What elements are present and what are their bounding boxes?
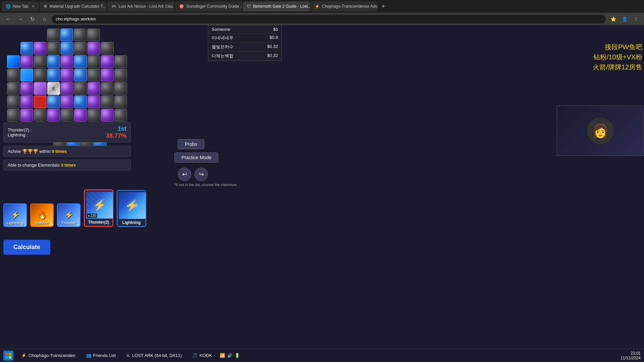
gem-cell[interactable]: [47, 42, 60, 55]
profile-button[interactable]: 👤: [620, 14, 629, 24]
donation-row-1: Someone $5: [208, 25, 281, 34]
tab-gunslinger[interactable]: 🎯 Gunslinger Community Guide ... ✕: [175, 1, 242, 11]
thunder-info: Thunder(2) : Lightning : 1st 38.77%: [3, 122, 131, 142]
gem-cell[interactable]: [61, 69, 73, 81]
gem-cell[interactable]: [47, 109, 60, 122]
gem-cell[interactable]: [88, 96, 100, 108]
gem-cell[interactable]: [61, 42, 73, 55]
gem-cell[interactable]: [20, 42, 33, 55]
tab-close-icon[interactable]: ✕: [32, 4, 35, 9]
gem-cell[interactable]: [7, 109, 20, 122]
lightning-small-card[interactable]: ⚡ Lightning: [3, 203, 27, 227]
tab-material[interactable]: ⚙ Material Upgrade Calculator T... ✕: [40, 1, 107, 11]
gem-cell[interactable]: [114, 69, 127, 81]
gem-cell[interactable]: [74, 69, 87, 81]
back-button[interactable]: ←: [3, 14, 13, 24]
extensions-button[interactable]: ⭐: [608, 14, 618, 24]
achieve-stars: 🏆🏆🏆: [22, 149, 38, 154]
gem-cell[interactable]: [20, 96, 33, 108]
gem-cell[interactable]: [20, 82, 33, 95]
gem-cell[interactable]: [74, 82, 87, 95]
donor-amount-2: $0.8: [270, 35, 278, 41]
gem-cell[interactable]: [34, 109, 47, 122]
svg-rect-2: [5, 356, 8, 359]
gem-cell[interactable]: [101, 55, 114, 68]
clock-date: 11/11/2024: [621, 356, 641, 360]
gem-cell[interactable]: [47, 55, 60, 68]
gem-cell[interactable]: [7, 82, 20, 95]
taskbar-lostark[interactable]: ⚔ LOST ARK (64-bit, DX11): [123, 352, 184, 359]
gem-cell[interactable]: [87, 28, 100, 41]
practice-mode-button[interactable]: Practice Mode: [174, 153, 218, 163]
gem-cell[interactable]: [7, 96, 20, 108]
thunder-small-card[interactable]: ⚡ Thunder: [57, 203, 80, 227]
home-button[interactable]: ⌂: [40, 14, 49, 24]
settings-button[interactable]: ⋮: [631, 14, 641, 24]
gem-cell[interactable]: [7, 69, 20, 81]
chinese-line-1: 接段PW鱼吧: [593, 42, 642, 52]
taskbar-kook[interactable]: 🎵 KOOK: [190, 352, 215, 359]
new-tab-button[interactable]: +: [378, 2, 388, 11]
taskbar-friends[interactable]: 👥 Friends List: [83, 352, 118, 359]
tab-lostark[interactable]: 🎮 Lost Ark Nexus - Lost Ark Clas... ✕: [107, 1, 174, 11]
gem-cell[interactable]: [61, 55, 73, 68]
gem-cell[interactable]: [101, 42, 114, 55]
gem-cell[interactable]: [88, 42, 100, 55]
gem-cell[interactable]: [88, 69, 100, 81]
gem-cell[interactable]: [20, 109, 33, 122]
gem-cell[interactable]: [34, 42, 47, 55]
gem-cell[interactable]: [114, 82, 127, 95]
start-button[interactable]: [3, 351, 13, 361]
gem-cell[interactable]: [74, 96, 87, 108]
gem-cell[interactable]: [61, 82, 73, 95]
undo-button[interactable]: ↩: [178, 168, 191, 181]
gem-cell[interactable]: [34, 55, 47, 68]
gem-cell[interactable]: [101, 96, 114, 108]
gem-cell[interactable]: [88, 109, 100, 122]
lightning-card-image: ⚡ ● 230: [119, 192, 146, 219]
gem-cell-red[interactable]: [34, 96, 47, 108]
gem-cell[interactable]: [74, 55, 87, 68]
gem-cell[interactable]: [114, 109, 127, 122]
tab-behemoth[interactable]: 🛡 Behemoth Gate 2 Guide - Lost... ✕: [243, 1, 310, 11]
lightning-card[interactable]: ⚡ ● 230 Lightning: [117, 190, 146, 227]
gem-cell[interactable]: [47, 96, 60, 108]
gem-cell[interactable]: [74, 28, 87, 41]
achieve-text: Achive: [8, 149, 21, 154]
gem-cell[interactable]: [101, 82, 114, 95]
gem-cell[interactable]: [61, 109, 73, 122]
tab-new-tab[interactable]: 🌐 New Tab ✕: [2, 1, 39, 11]
tab-chophago[interactable]: ⚡ Chophago-Transcendence Adv... ✕: [311, 1, 378, 11]
gem-cell[interactable]: [114, 55, 127, 68]
gem-cell[interactable]: [114, 96, 127, 108]
redo-button[interactable]: ↪: [195, 168, 208, 181]
gem-cell[interactable]: [34, 82, 47, 95]
friends-label: Friends List: [93, 353, 116, 358]
probs-button[interactable]: Probs: [178, 139, 204, 149]
gem-cell[interactable]: [61, 96, 73, 108]
achieve-times: 9 times: [52, 149, 67, 154]
gem-cell[interactable]: [20, 69, 33, 81]
gem-cell[interactable]: [20, 55, 33, 68]
thunder2-card[interactable]: ⚡ ● 230 Thunder(2): [84, 189, 113, 227]
taskbar-chophago[interactable]: ⚡ Chophago-Transcenden: [18, 352, 78, 359]
gem-cell[interactable]: [101, 109, 114, 122]
address-bar[interactable]: [52, 15, 606, 23]
gem-cell[interactable]: [47, 69, 60, 81]
gem-cell[interactable]: [101, 69, 114, 81]
gem-cell[interactable]: [74, 42, 87, 55]
gem-cell-e[interactable]: E: [47, 82, 60, 95]
gem-cell[interactable]: [60, 28, 73, 41]
gem-cell[interactable]: [47, 28, 60, 41]
gem-cell[interactable]: [88, 55, 100, 68]
calculate-button[interactable]: Calculate: [3, 240, 50, 255]
forward-button[interactable]: →: [15, 14, 25, 24]
gem-cell[interactable]: [88, 82, 100, 95]
hellfire-small-card[interactable]: 🔥 Hellfire: [30, 203, 54, 227]
gem-cell[interactable]: [7, 55, 20, 68]
gem-cell[interactable]: [74, 109, 87, 122]
gem-cell[interactable]: [34, 69, 47, 81]
kook-icon: 🎵: [192, 353, 198, 358]
reload-button[interactable]: ↻: [28, 14, 37, 24]
hellfire-icon: 🔥: [31, 204, 53, 226]
